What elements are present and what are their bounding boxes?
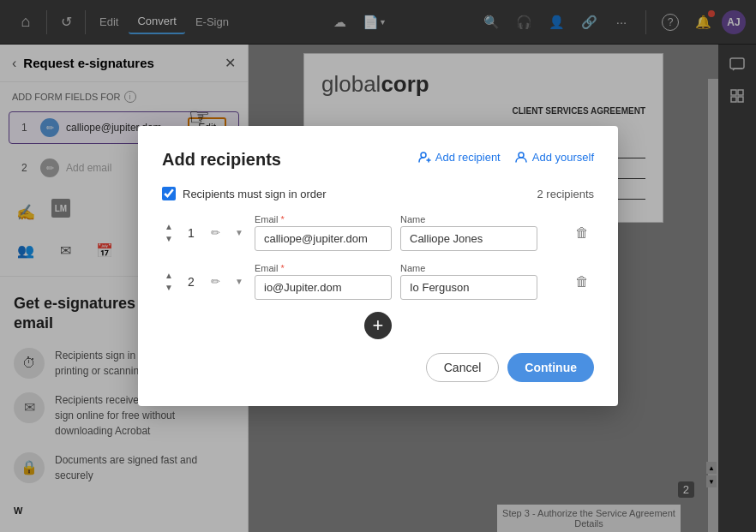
email-label-1: Email * <box>255 214 392 224</box>
modal-recipient-row-2: ▲ ▼ 2 ✏ ▼ Email * Name 🗑 <box>162 263 594 300</box>
arrow-down-1[interactable]: ▼ <box>162 233 176 245</box>
reorder-arrows-1: ▲ ▼ <box>162 221 176 245</box>
pencil-icon-2[interactable]: ✏ <box>207 273 224 290</box>
modal-overlay: Add recipients Add recipient Add yoursel… <box>0 0 756 532</box>
arrow-down-2[interactable]: ▼ <box>162 282 176 294</box>
reorder-arrows-2: ▲ ▼ <box>162 270 176 294</box>
add-recipient-label: Add recipient <box>435 151 501 164</box>
add-yourself-button[interactable]: Add yourself <box>514 150 594 164</box>
dropdown-arrow-2[interactable]: ▼ <box>232 277 246 286</box>
name-label-2: Name <box>400 263 537 273</box>
email-input-2[interactable] <box>255 275 392 300</box>
email-label-2: Email * <box>255 263 392 273</box>
name-field-group-1: Name <box>400 214 537 251</box>
pencil-icon-1[interactable]: ✏ <box>207 224 224 242</box>
name-input-1[interactable] <box>400 226 537 251</box>
add-recipient-button[interactable]: Add recipient <box>417 150 501 164</box>
required-star-2: * <box>281 263 285 273</box>
modal-actions: Add recipient Add yourself <box>417 150 594 164</box>
dropdown-arrow-1[interactable]: ▼ <box>232 228 246 237</box>
svg-point-6 <box>519 152 524 158</box>
continue-button[interactable]: Continue <box>507 353 594 382</box>
sign-order-checkbox[interactable] <box>162 187 176 200</box>
delete-button-1[interactable]: 🗑 <box>570 221 594 245</box>
name-label-1: Name <box>400 214 537 224</box>
modal-footer: Cancel Continue <box>162 353 594 382</box>
name-input-2[interactable] <box>400 275 537 300</box>
arrow-up-1[interactable]: ▲ <box>162 221 176 233</box>
add-yourself-label: Add yourself <box>532 151 594 164</box>
name-field-group-2: Name <box>400 263 537 300</box>
rec-num-2: 2 <box>184 275 198 289</box>
required-star-1: * <box>281 214 285 224</box>
modal-recipient-row-1: ▲ ▼ 1 ✏ ▼ Email * Name 🗑 <box>162 214 594 251</box>
modal-checkbox-row: Recipients must sign in order 2 recipien… <box>162 187 594 200</box>
svg-point-5 <box>421 152 426 158</box>
email-field-group-2: Email * <box>255 263 392 300</box>
rec-num-1: 1 <box>184 226 198 240</box>
recipients-count: 2 recipients <box>537 188 594 200</box>
email-input-1[interactable] <box>255 226 392 251</box>
cancel-button[interactable]: Cancel <box>426 353 500 382</box>
add-more-button[interactable]: + <box>364 312 392 339</box>
arrow-up-2[interactable]: ▲ <box>162 270 176 282</box>
sign-order-label: Recipients must sign in order <box>183 188 327 200</box>
email-field-group-1: Email * <box>255 214 392 251</box>
delete-button-2[interactable]: 🗑 <box>570 270 594 294</box>
modal: Add recipients Add recipient Add yoursel… <box>138 126 618 406</box>
